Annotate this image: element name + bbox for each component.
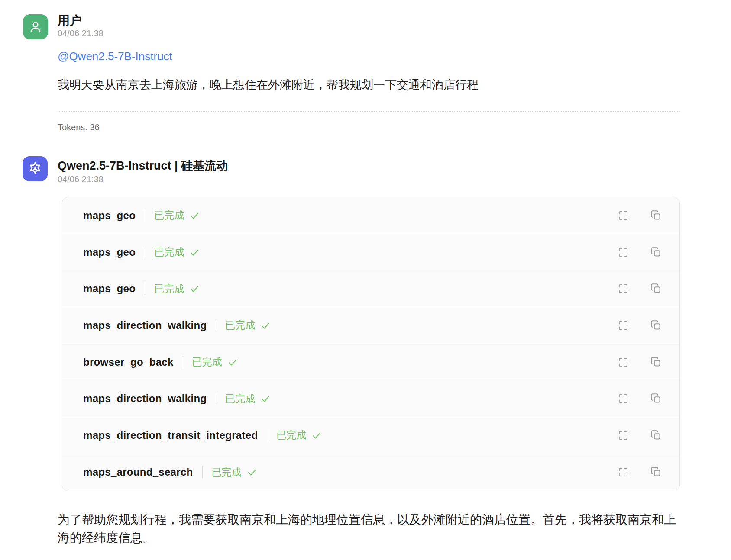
- tool-name: maps_geo: [83, 209, 136, 222]
- expand-tool-call-button[interactable]: [617, 283, 629, 295]
- chat-view: 用户 04/06 21:38 @Qwen2.5-7B-Instruct 我明天要…: [0, 0, 731, 560]
- expand-tool-call-button[interactable]: [617, 319, 629, 331]
- expand-icon: [617, 209, 629, 222]
- tool-name: maps_geo: [83, 283, 136, 295]
- copy-tool-call-button[interactable]: [650, 319, 662, 331]
- tool-call-row[interactable]: maps_geo已完成: [62, 234, 679, 271]
- tool-call-row[interactable]: maps_direction_transit_integrated已完成: [62, 417, 679, 454]
- check-icon: [189, 210, 200, 221]
- copy-icon: [650, 209, 662, 222]
- copy-icon: [650, 319, 662, 331]
- expand-icon: [617, 466, 629, 478]
- tool-row-separator: [183, 356, 183, 368]
- tool-row-separator: [145, 246, 145, 258]
- tool-row-actions: [617, 393, 662, 405]
- copy-tool-call-button[interactable]: [650, 283, 662, 295]
- tool-status-badge: 已完成: [154, 282, 200, 296]
- tool-call-row[interactable]: browser_go_back已完成: [62, 344, 679, 381]
- copy-tool-call-button[interactable]: [650, 393, 662, 405]
- assistant-message-text: 为了帮助您规划行程，我需要获取南京和上海的地理位置信息，以及外滩附近的酒店位置。…: [58, 511, 686, 547]
- tool-call-list: maps_geo已完成maps_geo已完成maps_geo已完成maps_di…: [62, 197, 680, 491]
- tool-row-actions: [617, 356, 662, 368]
- tool-status-label: 已完成: [192, 355, 222, 369]
- expand-tool-call-button[interactable]: [617, 466, 629, 478]
- check-icon: [189, 283, 200, 294]
- tool-status-label: 已完成: [276, 428, 306, 442]
- tool-row-separator: [267, 429, 267, 441]
- check-icon: [227, 357, 238, 368]
- tool-name: maps_direction_walking: [83, 393, 207, 405]
- expand-tool-call-button[interactable]: [617, 429, 629, 441]
- tool-status-label: 已完成: [154, 245, 184, 259]
- tool-call-row[interactable]: maps_direction_walking已完成: [62, 380, 679, 417]
- expand-tool-call-button[interactable]: [617, 393, 629, 405]
- assistant-name: Qwen2.5-7B-Instruct | 硅基流动: [58, 158, 228, 174]
- tool-status-badge: 已完成: [276, 428, 322, 442]
- tool-status-badge: 已完成: [192, 355, 238, 369]
- tool-name: maps_geo: [83, 246, 136, 258]
- tool-status-badge: 已完成: [225, 319, 271, 332]
- copy-tool-call-button[interactable]: [650, 246, 662, 258]
- copy-icon: [650, 429, 662, 441]
- copy-tool-call-button[interactable]: [650, 209, 662, 222]
- tool-name: maps_direction_walking: [83, 319, 207, 331]
- copy-tool-call-button[interactable]: [650, 429, 662, 441]
- tool-row-actions: [617, 319, 662, 331]
- expand-icon: [617, 356, 629, 368]
- expand-icon: [617, 429, 629, 441]
- tool-call-row[interactable]: maps_around_search已完成: [62, 454, 679, 491]
- check-icon: [311, 430, 322, 441]
- tool-status-label: 已完成: [225, 319, 255, 332]
- expand-tool-call-button[interactable]: [617, 209, 629, 222]
- tool-row-actions: [617, 209, 662, 222]
- tool-row-separator: [216, 393, 216, 405]
- check-icon: [260, 393, 271, 404]
- check-icon: [260, 320, 271, 331]
- tool-row-actions: [617, 283, 662, 295]
- expand-icon: [617, 393, 629, 405]
- expand-tool-call-button[interactable]: [617, 356, 629, 368]
- expand-icon: [617, 246, 629, 258]
- tool-status-label: 已完成: [212, 466, 242, 479]
- tool-call-row[interactable]: maps_geo已完成: [62, 270, 679, 307]
- model-mention-link[interactable]: @Qwen2.5-7B-Instruct: [58, 50, 172, 63]
- assistant-timestamp: 04/06 21:38: [58, 174, 104, 184]
- tool-status-label: 已完成: [225, 392, 255, 406]
- copy-icon: [650, 246, 662, 258]
- copy-tool-call-button[interactable]: [650, 466, 662, 478]
- copy-icon: [650, 393, 662, 405]
- tool-name: browser_go_back: [83, 356, 174, 368]
- copy-icon: [650, 466, 662, 478]
- tool-status-badge: 已完成: [154, 209, 200, 222]
- tool-status-label: 已完成: [154, 282, 184, 296]
- tool-name: maps_direction_transit_integrated: [83, 429, 258, 441]
- message-footer-divider: [58, 111, 680, 112]
- copy-tool-call-button[interactable]: [650, 356, 662, 368]
- check-icon: [246, 467, 258, 478]
- check-icon: [189, 247, 200, 258]
- tool-call-row[interactable]: maps_direction_walking已完成: [62, 307, 679, 344]
- tool-row-separator: [145, 209, 145, 222]
- tool-call-row[interactable]: maps_geo已完成: [62, 197, 679, 234]
- tool-row-separator: [202, 466, 203, 478]
- user-timestamp: 04/06 21:38: [58, 29, 104, 39]
- expand-tool-call-button[interactable]: [617, 246, 629, 258]
- user-avatar[interactable]: [23, 14, 48, 39]
- tool-name: maps_around_search: [83, 466, 193, 478]
- copy-icon: [650, 283, 662, 295]
- tool-status-badge: 已完成: [154, 245, 200, 259]
- qwen-logo-icon: [27, 161, 43, 177]
- tool-status-badge: 已完成: [212, 466, 258, 479]
- assistant-avatar[interactable]: [23, 156, 48, 181]
- tool-row-actions: [617, 246, 662, 258]
- tool-row-separator: [145, 283, 145, 295]
- tool-row-actions: [617, 429, 662, 441]
- token-count: Tokens: 36: [58, 122, 100, 132]
- tool-status-label: 已完成: [154, 209, 184, 222]
- user-name: 用户: [58, 13, 82, 29]
- copy-icon: [650, 356, 662, 368]
- tool-status-badge: 已完成: [225, 392, 271, 406]
- expand-icon: [617, 283, 629, 295]
- expand-icon: [617, 319, 629, 331]
- user-message-text: 我明天要从南京去上海旅游，晚上想住在外滩附近，帮我规划一下交通和酒店行程: [58, 77, 479, 92]
